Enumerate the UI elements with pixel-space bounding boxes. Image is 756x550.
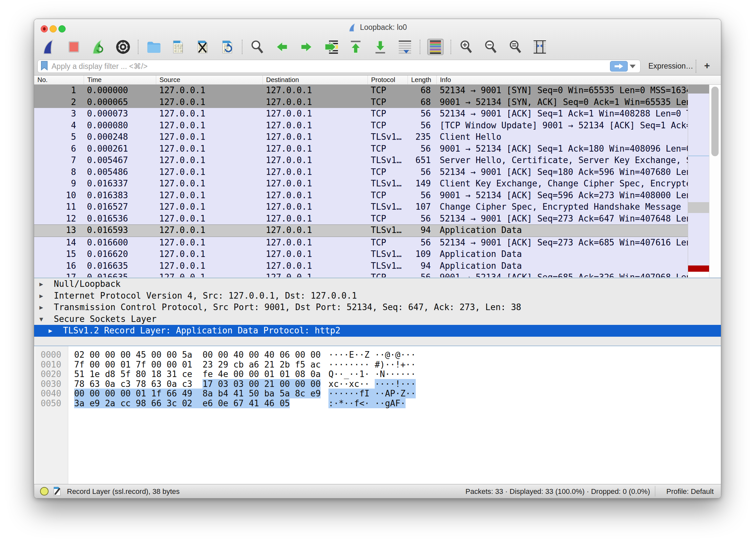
twisty-icon[interactable]: ▶ <box>39 290 43 302</box>
resize-columns-button[interactable] <box>532 39 548 55</box>
go-last-button[interactable] <box>372 39 388 55</box>
capture-comment-icon[interactable] <box>53 486 62 498</box>
packet-row[interactable]: 150.016620127.0.0.1127.0.0.1TLSv1…109App… <box>34 248 688 260</box>
titlebar[interactable]: Loopback: lo0 <box>34 19 721 35</box>
bookmark-icon[interactable] <box>40 61 48 72</box>
column-header-time[interactable]: Time <box>84 75 156 84</box>
hex-text: 0050 <box>41 399 61 409</box>
save-file-button[interactable]: 010100110101110 <box>170 39 186 55</box>
detail-row[interactable]: ▶Internet Protocol Version 4, Src: 127.0… <box>34 290 721 302</box>
hex-row[interactable]: 00503a e9 2a cc 98 66 3c 02 e6 0e 67 41 … <box>34 399 721 409</box>
zoom-out-button[interactable] <box>483 39 498 55</box>
zoom-normal-button[interactable] <box>507 39 523 55</box>
add-filter-button[interactable]: + <box>704 60 710 71</box>
cell-dst: 127.0.0.1 <box>263 201 368 213</box>
cell-info: Application Data <box>437 248 688 260</box>
display-filter-input[interactable]: Apply a display filter ... <⌘/> <box>37 60 641 73</box>
go-first-button[interactable] <box>348 39 364 55</box>
column-header-no[interactable]: No. <box>34 75 84 84</box>
packet-row[interactable]: 130.016593127.0.0.1127.0.0.1TLSv1…94Appl… <box>34 224 688 237</box>
scrollbar-thumb[interactable] <box>711 87 719 156</box>
cell-time: 0.000248 <box>84 131 156 143</box>
cell-info: [TCP Window Update] 9001 → 52134 [ACK] S… <box>437 120 688 132</box>
intelligent-scrollbar-map[interactable] <box>688 85 709 277</box>
packet-row[interactable]: 110.016527127.0.0.1127.0.0.1TLSv1…107Cha… <box>34 201 688 213</box>
cell-time: 0.016337 <box>84 178 156 190</box>
reload-file-button[interactable]: 10101100111 <box>219 39 235 55</box>
hex-text: 78 63 0a c3 78 63 0a c3 <box>74 379 202 389</box>
hex-row[interactable]: 00107f 00 00 01 7f 00 00 01 23 29 cb a6 … <box>34 360 721 370</box>
packet-row[interactable]: 80.005486127.0.0.1127.0.0.1TCP5652134 → … <box>34 166 688 178</box>
open-file-button[interactable] <box>145 39 161 55</box>
stop-capture-button[interactable] <box>66 39 82 55</box>
hex-row[interactable]: 000002 00 00 00 45 00 00 5a 00 00 40 00 … <box>34 350 721 360</box>
hex-text: 0010 <box>41 360 61 370</box>
detail-row[interactable]: ▼Secure Sockets Layer <box>34 313 721 325</box>
packet-row[interactable]: 40.000080127.0.0.1127.0.0.1TCP56[TCP Win… <box>34 120 688 132</box>
column-header-info[interactable]: Info <box>437 75 721 84</box>
cell-no: 11 <box>34 201 84 213</box>
packet-row[interactable]: 30.000073127.0.0.1127.0.0.1TCP5652134 → … <box>34 108 688 120</box>
main-toolbar: 010100110101110 010100110101110 10101100… <box>34 36 557 58</box>
hex-row[interactable]: 002051 1e d8 5f 80 18 31 ce fe 4e 00 00 … <box>34 370 721 379</box>
expert-info-icon[interactable] <box>40 487 49 496</box>
cell-time: 0.005486 <box>84 166 156 178</box>
filter-bar: Apply a display filter ... <⌘/> Expressi… <box>34 58 721 75</box>
hex-row[interactable]: 004000 00 00 00 01 1f 66 49 8a b4 41 50 … <box>34 389 721 399</box>
packet-row[interactable]: 120.016536127.0.0.1127.0.0.1TCP5652134 →… <box>34 213 688 225</box>
close-file-button[interactable]: 010100110101110 <box>195 39 210 55</box>
packet-row[interactable]: 60.000261127.0.0.1127.0.0.1TCP569001 → 5… <box>34 143 688 155</box>
go-forward-button[interactable] <box>299 39 314 55</box>
packet-row[interactable]: 50.000248127.0.0.1127.0.0.1TLSv1…235Clie… <box>34 131 688 143</box>
packet-row[interactable]: 90.016337127.0.0.1127.0.0.1TLSv1…149Clie… <box>34 178 688 190</box>
cell-time: 0.016527 <box>84 201 156 213</box>
twisty-icon[interactable]: ▼ <box>39 313 43 325</box>
packet-row[interactable]: 100.016383127.0.0.1127.0.0.1TCP569001 → … <box>34 190 688 201</box>
svg-text:01110: 01110 <box>175 50 183 53</box>
cell-dst: 127.0.0.1 <box>263 213 368 225</box>
twisty-icon[interactable]: ▶ <box>39 302 43 313</box>
go-back-button[interactable] <box>274 39 290 55</box>
packet-row[interactable]: 10.000000127.0.0.1127.0.0.1TCP6852134 → … <box>34 85 688 96</box>
expression-button[interactable]: Expression… <box>648 62 693 71</box>
hex-text: 0040 <box>41 389 61 399</box>
colorize-packets-button[interactable] <box>427 39 444 55</box>
auto-scroll-button[interactable] <box>397 39 413 55</box>
packet-list-scrollbar[interactable] <box>709 85 721 277</box>
scrollmap-segment <box>688 265 709 272</box>
packet-row[interactable]: 170.016635127.0.0.1127.0.0.1TCP569001 → … <box>34 272 688 277</box>
cell-info: 52134 → 9001 [ACK] Seq=180 Ack=596 Win=4… <box>437 166 688 178</box>
go-to-packet-button[interactable] <box>323 39 339 55</box>
restart-capture-button[interactable] <box>91 39 106 55</box>
filter-history-dropdown[interactable] <box>630 65 636 68</box>
cell-time: 0.016593 <box>84 225 156 237</box>
packet-row[interactable]: 140.016600127.0.0.1127.0.0.1TCP5652134 →… <box>34 237 688 249</box>
hex-lines[interactable]: 000002 00 00 00 45 00 00 5a 00 00 40 00 … <box>34 350 721 408</box>
packet-row[interactable]: 20.000065127.0.0.1127.0.0.1TCP689001 → 5… <box>34 96 688 108</box>
twisty-icon[interactable]: ▶ <box>49 325 52 337</box>
status-profile[interactable]: Profile: Default <box>666 487 714 496</box>
twisty-icon[interactable]: ▶ <box>39 278 43 290</box>
detail-row[interactable]: ▶Null/Loopback <box>34 278 721 290</box>
column-header-protocol[interactable]: Protocol <box>368 75 408 84</box>
zoom-in-button[interactable] <box>458 39 474 55</box>
cell-proto: TCP <box>368 96 408 108</box>
column-header-length[interactable]: Length <box>408 75 437 84</box>
apply-filter-button[interactable] <box>610 61 628 72</box>
column-header-destination[interactable]: Destination <box>263 75 368 84</box>
cell-dst: 127.0.0.1 <box>263 248 368 260</box>
detail-row[interactable]: ▶TLSv1.2 Record Layer: Application Data … <box>34 325 721 337</box>
start-capture-button[interactable] <box>41 39 57 55</box>
cell-proto: TLSv1… <box>368 260 408 272</box>
find-packet-button[interactable] <box>249 39 265 55</box>
packet-row[interactable]: 160.016635127.0.0.1127.0.0.1TLSv1…94Appl… <box>34 260 688 272</box>
packet-row[interactable]: 70.005467127.0.0.1127.0.0.1TLSv1…651Serv… <box>34 155 688 166</box>
capture-options-button[interactable] <box>115 39 131 55</box>
hex-row[interactable]: 003078 63 0a c3 78 63 0a c3 17 03 03 00 … <box>34 379 721 389</box>
column-header-source[interactable]: Source <box>156 75 263 84</box>
detail-row[interactable]: ▶Transmission Control Protocol, Src Port… <box>34 302 721 313</box>
cell-info: Client Key Exchange, Change Cipher Spec,… <box>437 178 688 190</box>
cell-dst: 127.0.0.1 <box>263 166 368 178</box>
packet-list-header[interactable]: No. Time Source Destination Protocol Len… <box>34 75 721 85</box>
window-title: Loopback: lo0 <box>34 23 721 34</box>
